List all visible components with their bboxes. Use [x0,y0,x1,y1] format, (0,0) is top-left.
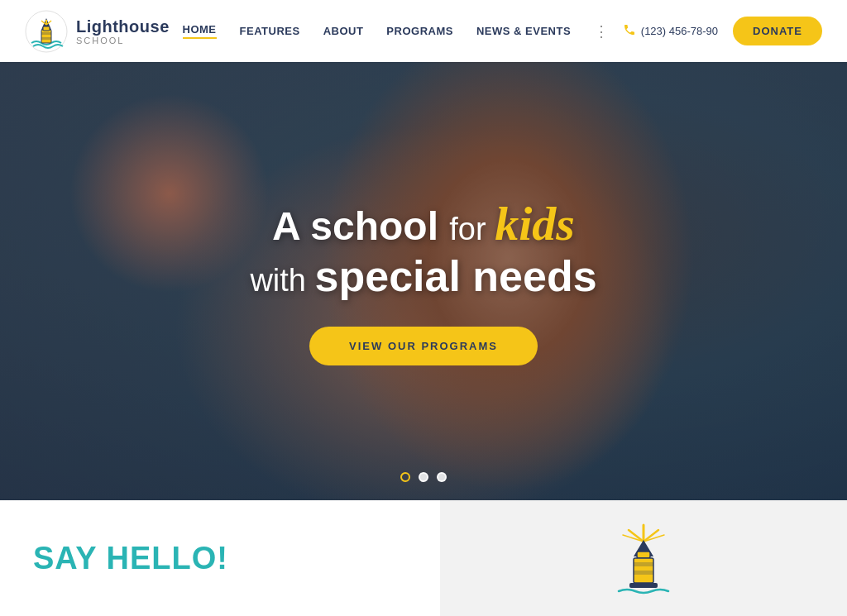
svg-rect-5 [43,26,50,31]
hero-for-text: for [449,212,495,246]
hero-title-line1: A school for kids [250,197,596,252]
hero-dot-1[interactable] [400,472,410,482]
hero-title-line2: with special needs [250,252,596,302]
svg-rect-15 [637,552,650,558]
logo-text: Lighthouse SCHOOL [76,17,170,45]
nav-more-icon[interactable]: ⋮ [594,22,610,41]
svg-rect-1 [41,30,51,43]
say-hello-heading: SAY HELLO! [33,541,228,576]
logo[interactable]: Lighthouse SCHOOL [25,10,170,53]
lighthouse-svg-large [602,517,685,599]
hero-dot-3[interactable] [437,472,447,482]
svg-rect-2 [41,32,51,35]
hero-dot-2[interactable] [419,472,428,482]
hero-background: A school for kids with special needs VIE… [0,62,847,500]
svg-rect-18 [634,571,653,575]
nav-programs[interactable]: PROGRAMS [386,25,453,37]
hero-with-text: with [250,263,314,298]
lighthouse-icon-section [440,500,847,616]
header-right: (123) 456-78-90 DONATE [623,17,822,45]
hero-cta-button[interactable]: VIEW OUR PROGRAMS [309,327,538,365]
hero-section: A school for kids with special needs VIE… [0,62,847,500]
logo-name: Lighthouse [76,17,170,36]
main-nav: HOME FEATURES ABOUT PROGRAMS NEWS & EVEN… [183,22,610,41]
lighthouse-large-icon [602,517,685,599]
hero-school-text: A school [272,204,438,248]
main-header: Lighthouse SCHOOL HOME FEATURES ABOUT PR… [0,0,847,62]
hero-special-text: special needs [315,252,597,300]
nav-news-events[interactable]: NEWS & EVENTS [476,25,571,37]
hero-kids-text: kids [495,197,575,251]
logo-subtitle: SCHOOL [76,36,170,45]
phone-number: (123) 456-78-90 [641,25,718,37]
donate-button[interactable]: DONATE [733,17,822,45]
hero-carousel-dots [400,472,447,482]
nav-about[interactable]: ABOUT [323,25,364,37]
svg-rect-19 [629,583,658,588]
svg-rect-17 [634,562,653,566]
say-hello-section: SAY HELLO! [0,500,440,616]
hero-content: A school for kids with special needs VIE… [250,197,596,365]
nav-home[interactable]: HOME [183,23,217,39]
nav-features[interactable]: FEATURES [240,25,300,37]
bottom-section: SAY HELLO! [0,500,847,616]
phone-area: (123) 456-78-90 [623,23,718,40]
phone-icon [623,23,636,40]
svg-rect-3 [41,37,51,40]
logo-icon [25,10,68,53]
